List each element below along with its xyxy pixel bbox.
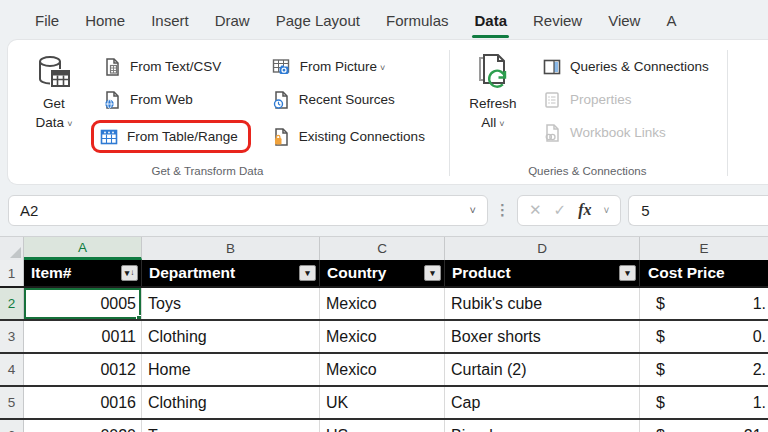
recent-sources-button[interactable]: Recent Sources [263,87,433,112]
cell-e4[interactable]: $2. [640,354,768,385]
cell-d4[interactable]: Curtain (2) [445,354,640,385]
tab-view[interactable]: View [595,0,653,40]
header-department-label: Department [149,264,235,282]
fx-chevron-icon[interactable]: ˅ [603,205,609,216]
header-product-label: Product [452,264,511,282]
formula-input[interactable]: 5 [628,195,768,226]
header-cell-cost-price[interactable]: Cost Price [640,260,768,286]
filter-button-department[interactable]: ▾ [299,265,316,281]
header-cell-item[interactable]: Item# ▾↓ [24,260,142,286]
header-country-label: Country [327,264,386,282]
from-picture-button[interactable]: From Picture˅ [263,54,433,79]
cell-b3[interactable]: Clothing [142,321,320,352]
existing-connections-label: Existing Connections [299,129,425,144]
header-cell-country[interactable]: Country ▾ [320,260,445,286]
row-number-5[interactable]: 5 [0,387,24,418]
tab-page-layout[interactable]: Page Layout [263,0,373,40]
cell-a5[interactable]: 0016 [24,387,142,418]
tab-file[interactable]: File [22,0,72,40]
tab-home[interactable]: Home [72,0,138,40]
sort-applied-icon: ↓ [130,269,134,277]
column-header-e[interactable]: E [640,237,768,260]
cell-b5[interactable]: Clothing [142,387,320,418]
cell-b6[interactable]: Toys [142,420,320,432]
from-text-csv-button[interactable]: From Text/CSV [94,54,251,79]
row-number-4[interactable]: 4 [0,354,24,385]
cell-d2[interactable]: Rubik's cube [445,288,640,319]
cell-a6[interactable]: 0020 [24,420,142,432]
tab-data[interactable]: Data [461,0,520,40]
cell-c5[interactable]: UK [320,387,445,418]
column-header-b[interactable]: B [142,237,320,260]
ribbon-tab-bar: File Home Insert Draw Page Layout Formul… [0,0,768,40]
cell-d5[interactable]: Cap [445,387,640,418]
header-cell-product[interactable]: Product ▾ [445,260,640,286]
tab-view-label: View [608,12,640,29]
row-number-1[interactable]: 1 [0,260,24,286]
cell-e5[interactable]: $1. [640,387,768,418]
from-web-button[interactable]: From Web [94,87,251,112]
cell-c4[interactable]: Mexico [320,354,445,385]
filter-button-country[interactable]: ▾ [424,265,441,281]
queries-connections-button[interactable]: Queries & Connections [534,54,717,79]
column-header-row: A B C D E [0,236,768,260]
properties-button: Properties [534,87,717,112]
cell-c3[interactable]: Mexico [320,321,445,352]
cell-d6[interactable]: Bicycle [445,420,640,432]
row-number-2[interactable]: 2 [0,288,24,319]
formula-bar-drag-handle[interactable]: ⋮ [495,205,510,215]
cell-e3[interactable]: $0. [640,321,768,352]
cell-e6[interactable]: $21. [640,420,768,432]
filter-sort-button-item[interactable]: ▾↓ [121,265,138,281]
tab-data-label: Data [474,12,507,29]
cell-c6[interactable]: US [320,420,445,432]
tab-draw[interactable]: Draw [202,0,263,40]
name-box-chevron-icon[interactable]: ˅ [470,204,476,216]
column-header-d[interactable]: D [445,237,640,260]
cell-a2-selected[interactable]: 0005 [24,288,142,319]
column-header-c[interactable]: C [320,237,445,260]
from-table-range-label: From Table/Range [127,129,238,144]
cell-e2[interactable]: $1. [640,288,768,319]
from-table-range-button[interactable]: From Table/Range [91,120,251,153]
table-header-row: 1 Item# ▾↓ Department ▾ Country ▾ Produc… [0,260,768,288]
tab-insert[interactable]: Insert [138,0,202,40]
row-number-6[interactable]: 6 [0,420,24,432]
cell-c2[interactable]: Mexico [320,288,445,319]
enter-icon[interactable]: ✓ [554,201,567,219]
tab-review[interactable]: Review [520,0,595,40]
table-row: 2 0005 Toys Mexico Rubik's cube $1. [0,288,768,321]
group-label-queries-connections: Queries & Connections [458,165,717,184]
row-number-3[interactable]: 3 [0,321,24,352]
get-data-label-1: Get [43,94,65,113]
chevron-down-icon: ˅ [499,119,504,129]
group-get-transform-data: Get Data˅ From Text/CSV [8,40,433,184]
cell-b4[interactable]: Home [142,354,320,385]
cancel-icon[interactable]: ✕ [529,201,542,219]
header-cell-department[interactable]: Department ▾ [142,260,320,286]
properties-label: Properties [570,92,632,107]
cell-a3[interactable]: 0011 [24,321,142,352]
tab-draw-label: Draw [215,12,250,29]
group-label-get-transform: Get & Transform Data [8,165,433,184]
cell-a4[interactable]: 0012 [24,354,142,385]
cell-b2[interactable]: Toys [142,288,320,319]
name-box[interactable]: A2 ˅ [8,195,488,226]
formula-bar-row: A2 ˅ ⋮ ✕ ✓ fx ˅ 5 [0,184,768,236]
cell-d3[interactable]: Boxer shorts [445,321,640,352]
tab-automate-partial[interactable]: A [653,0,689,40]
refresh-all-button[interactable]: Refresh All˅ [458,40,528,165]
column-header-a[interactable]: A [24,237,142,260]
get-data-button[interactable]: Get Data˅ [22,40,86,165]
insert-function-icon[interactable]: fx [578,201,591,219]
select-all-corner[interactable] [0,237,24,260]
tab-formulas-label: Formulas [386,12,449,29]
tab-formulas[interactable]: Formulas [373,0,462,40]
recent-sources-label: Recent Sources [299,92,395,107]
from-web-label: From Web [130,92,193,107]
existing-connections-button[interactable]: Existing Connections [263,124,433,149]
table-row: 5 0016 Clothing UK Cap $1. [0,387,768,420]
filter-button-product[interactable]: ▾ [619,265,636,281]
name-box-value: A2 [20,202,38,219]
fill-handle[interactable] [136,315,142,319]
